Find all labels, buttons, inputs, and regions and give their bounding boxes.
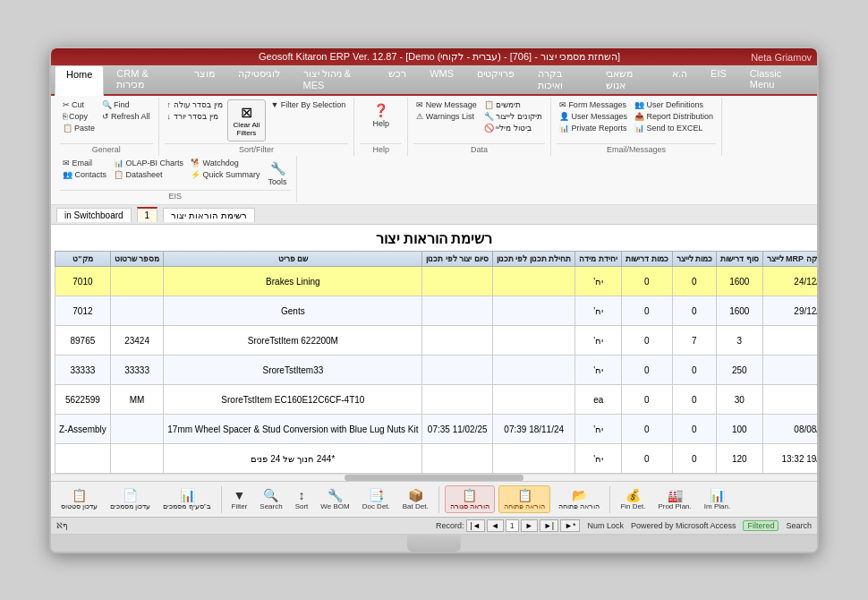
table-cell: MM (110, 385, 164, 415)
btn-edanim-status[interactable]: 📋 עדכון סטטוס (56, 486, 102, 512)
btn-filter[interactable]: ▼ Filter (227, 486, 252, 512)
table-cell: 30 (717, 385, 763, 415)
btn-horaah-sgura[interactable]: 📋 הוראה סגורה (445, 485, 495, 513)
table-cell: 23424 (110, 326, 164, 356)
olap-btn[interactable]: 📊 OLAP-BI Charts (111, 158, 186, 168)
btn-im-plan[interactable]: 📊 Im Plan. (700, 486, 735, 512)
table-cell (492, 267, 575, 296)
btn-horaah-ptuha[interactable]: 📋 הוראה פתוחה (498, 485, 550, 513)
table-cell: 19/05/25 13:32 (762, 444, 817, 474)
num-lock-indicator: Num Lock (587, 521, 624, 530)
btn-sort-bottom[interactable]: ↕ Sort (291, 486, 313, 512)
watchdog-btn[interactable]: 🐕 Watchdog (188, 158, 263, 168)
table-row[interactable]: 🖼56Item 327651321-001325/12/1623/03/1725… (55, 356, 818, 385)
user-messages-btn[interactable]: 👤 User Messages (557, 111, 630, 122)
next-record-btn[interactable]: ► (521, 519, 538, 532)
table-cell: 0 (622, 385, 673, 415)
copy-btn[interactable]: ⎘ Copy (60, 111, 98, 122)
btn-we-bom[interactable]: 🔧 We BOM (316, 486, 353, 512)
btn-edanim-mismachim[interactable]: 📄 עדכון מסמכים (106, 486, 155, 512)
table-row[interactable]: 🖼1265EC160E12C6CF-4T10000הזמנה-2-יצור930… (55, 385, 818, 415)
table-cell: 7012 (55, 296, 111, 326)
table-cell (492, 356, 575, 385)
nav-tab-reports[interactable]: רשימת הוראות יצור (163, 208, 255, 222)
new-message-btn[interactable]: ✉ New Message (413, 99, 480, 110)
first-record-btn[interactable]: |◄ (466, 519, 485, 532)
tab-rechesh[interactable]: רכש (378, 65, 417, 94)
ribbon-group-email: ✉ Form Messages 👤 User Messages 📊 Privat… (551, 98, 722, 156)
table-cell: 100 (717, 415, 763, 444)
quick-summary-btn[interactable]: ⚡ Quick Summary (188, 169, 263, 180)
user-definitions-btn[interactable]: 👥 User Definitions (632, 99, 716, 110)
table-cell: Gents (164, 296, 422, 326)
tab-eis[interactable]: EIS (700, 65, 737, 94)
filter-by-selection-btn[interactable]: ▼ Filter By Selection (268, 99, 348, 110)
table-cell: 1600 (717, 296, 763, 326)
cut-btn[interactable]: ✂ Cut (60, 99, 98, 110)
btn-bat-det[interactable]: 📦 Bat Det. (398, 486, 433, 512)
btn-doc-fold[interactable]: 📂 הוראה פתוחה (554, 486, 604, 512)
clear-all-filters-btn[interactable]: ⊠ Clear AllFilters (227, 99, 267, 141)
table-row[interactable]: 🖼62227Brakes Lining24_372_1847111/12/242… (55, 267, 818, 296)
tab-proyektim[interactable]: פרויקטים (466, 65, 525, 94)
table-cell: 250 (717, 356, 763, 385)
table-cell (762, 356, 817, 385)
table-row[interactable]: 🖼62228Gents24_372_1847106/12/2429/12/242… (55, 296, 818, 326)
send-excel-btn[interactable]: 📊 Send to EXCEL (632, 123, 716, 133)
new-record-btn[interactable]: ►* (560, 519, 580, 532)
ribbon-group-filter: ↑ מין בסדר עולה ↓ מין בסדר יורד ⊠ Clear … (159, 98, 355, 156)
help-btn[interactable]: ❓ Help (369, 99, 394, 130)
record-nav: Record: |◄ ◄ 1 ► ►| ►* (436, 519, 580, 532)
table-cell (422, 356, 493, 385)
table-row[interactable]: 🖼31622200MCO-5643-1127/12/1427/12/14370י… (55, 326, 818, 356)
table-cell: יח' (575, 356, 622, 385)
sort-desc-btn[interactable]: ↓ מין בסדר יורד (165, 111, 226, 122)
btn-vedanim[interactable]: 📊 ב"סעיף מסמכים (158, 486, 215, 512)
email-btn[interactable]: ✉ Email (60, 158, 109, 168)
report-distribution-btn[interactable]: 📤 Report Distribution (632, 111, 716, 122)
table-cell: 0 (672, 415, 717, 444)
last-record-btn[interactable]: ►| (540, 519, 558, 532)
private-reports-btn[interactable]: 📊 Private Reports (557, 123, 630, 133)
find-btn[interactable]: 🔍 Find (99, 99, 153, 110)
tools-btn[interactable]: 🔧 Tools (265, 158, 291, 188)
contacts-btn[interactable]: 👥 Contacts (60, 169, 109, 180)
tikunim-btn[interactable]: 🔧 תיקונים לייצור (481, 111, 545, 122)
btn-fin-det[interactable]: 💰 Fin Det. (616, 486, 650, 512)
horaah-sgura-icon: 📋 (462, 488, 477, 502)
warnings-btn[interactable]: ⚠ Warnings List (413, 111, 480, 122)
tab-logistika[interactable]: לוגיסטיקה (227, 65, 291, 94)
table-container: תמונת פריט הוראת יצור מספר פריט ב.ה.א גר… (51, 251, 817, 474)
btn-doc-det[interactable]: 📑 Doc Det. (358, 486, 395, 512)
btn-prod-plan[interactable]: 🏭 Prod Plan. (653, 486, 695, 512)
table-cell: 08/08/24 (762, 415, 817, 444)
sort-asc-btn[interactable]: ↑ מין בסדר עולה (165, 99, 226, 110)
tab-nihul-yitsur[interactable]: ניהול יצור & MES (293, 65, 377, 94)
prev-record-btn[interactable]: ◄ (487, 519, 504, 532)
timeshim-btn[interactable]: 📋 תימשים (481, 99, 545, 110)
nav-tab-1[interactable]: 1 (137, 207, 158, 222)
search-bottom-icon: 🔍 (263, 488, 278, 502)
table-cell: 7010 (55, 267, 111, 296)
eis-group-label: EIS (60, 190, 291, 201)
tab-classic[interactable]: Classic Menu (739, 65, 812, 94)
paste-btn[interactable]: 📋 Paste (60, 123, 98, 133)
col-tchila: תחילת תכנון לפי תכנון (492, 252, 575, 267)
bitul-btn[interactable]: 🚫 ביטול מיליי (481, 123, 545, 133)
tab-mashabe[interactable]: משאבי אנוש (595, 65, 660, 94)
nav-tab-switchboard[interactable]: in Switchboard (56, 208, 132, 222)
tab-home[interactable]: Home (55, 65, 104, 96)
table-row[interactable]: 🖼62144244*130 חנוך של 24 פנים024_369_178… (55, 444, 818, 474)
form-messages-btn[interactable]: ✉ Form Messages (557, 99, 630, 110)
tab-motzar[interactable]: מוצר (183, 65, 226, 94)
btn-search-bottom[interactable]: 🔍 Search (255, 486, 286, 512)
datasheet-btn[interactable]: 📋 Datasheet (111, 169, 186, 180)
tab-crm[interactable]: CRM & מכירות (106, 65, 181, 94)
tab-wms[interactable]: WMS (419, 65, 464, 94)
tab-bkorah[interactable]: בקרה ואיכות (527, 65, 593, 94)
monitor-stand (407, 536, 461, 552)
refresh-btn[interactable]: ↺ Refresh All (99, 111, 153, 122)
tab-ha[interactable]: ה.א (661, 65, 698, 94)
table-cell: SroreTstItem33 (164, 356, 422, 385)
table-row[interactable]: 🖼62143Z-Assembly0024_298_1786125/07/2408… (55, 415, 818, 444)
